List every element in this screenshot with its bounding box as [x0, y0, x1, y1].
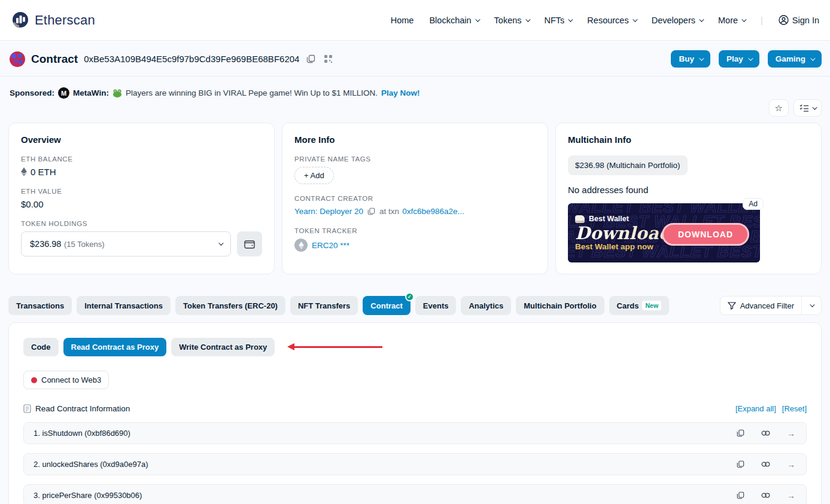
brand-name: Etherscan	[35, 13, 95, 28]
no-addresses-text: No addresses found	[568, 185, 809, 195]
tab-transactions[interactable]: Transactions	[8, 296, 72, 315]
ad-download-button[interactable]: DOWNLOAD	[662, 223, 749, 246]
nav-item-blockchain[interactable]: Blockchain	[429, 16, 478, 25]
etherscan-logo[interactable]: Etherscan	[11, 11, 95, 30]
copy-icon[interactable]	[735, 490, 746, 500]
star-icon	[775, 103, 783, 114]
advanced-filter: Advanced Filter	[720, 296, 822, 315]
run-query-arrow-icon[interactable]	[786, 427, 796, 439]
top-nav: Etherscan Home Blockchain Tokens NFTs Re…	[0, 0, 830, 41]
new-badge: New	[642, 301, 661, 310]
permalink-icon[interactable]	[760, 429, 771, 438]
contract-creator-label: CONTRACT CREATOR	[294, 195, 536, 202]
nav-divider: |	[761, 16, 763, 25]
creation-txn-link[interactable]: 0xfc6be986a2e...	[402, 207, 464, 216]
function-row-unlockedShares[interactable]: 2. unlockedShares (0xd9a0e97a)	[23, 453, 807, 475]
advanced-filter-button[interactable]: Advanced Filter	[720, 297, 802, 314]
copy-address-icon[interactable]	[305, 53, 317, 65]
disconnected-status-icon	[31, 377, 37, 383]
tab-cards[interactable]: CardsNew	[609, 296, 669, 315]
document-icon	[23, 404, 31, 413]
chevron-down-icon	[525, 17, 530, 22]
contract-panel: Code Read Contract as Proxy Write Contra…	[8, 322, 822, 504]
connect-to-web3-button[interactable]: Connect to Web3	[23, 371, 109, 389]
copy-creator-icon[interactable]	[366, 206, 376, 216]
qr-code-icon[interactable]	[323, 53, 334, 65]
favorite-button[interactable]	[769, 99, 789, 117]
contract-header: Contract 0xBe53A109B494E5c9f97b9Cd39Fe96…	[0, 41, 830, 76]
nav-item-more[interactable]: More	[718, 16, 745, 25]
chevron-down-icon	[699, 17, 704, 22]
subtab-read-contract-as-proxy[interactable]: Read Contract as Proxy	[63, 338, 167, 356]
token-holdings-value: $236.98	[30, 239, 61, 249]
copy-icon[interactable]	[735, 459, 746, 469]
gaming-button[interactable]: Gaming	[768, 50, 822, 68]
subtab-code[interactable]: Code	[23, 338, 59, 356]
token-tracker-link[interactable]: ERC20 ***	[312, 241, 349, 250]
play-now-link[interactable]: Play Now!	[381, 88, 420, 97]
multichain-info-card: Multichain Info $236.98 (Multichain Port…	[555, 123, 822, 274]
funnel-icon	[728, 302, 736, 310]
read-contract-info-title: Read Contract Information	[35, 404, 130, 413]
nav-item-resources[interactable]: Resources	[587, 16, 636, 25]
tab-multichain-portfolio[interactable]: Multichain Portfolio	[516, 296, 604, 315]
chevron-down-icon	[810, 56, 815, 60]
wallet-button[interactable]	[237, 231, 262, 256]
tab-contract[interactable]: Contract	[363, 296, 410, 315]
nav-item-developers[interactable]: Developers	[652, 16, 703, 25]
tab-nft-transfers[interactable]: NFT Transfers	[290, 296, 358, 315]
add-name-tag-button[interactable]: + Add	[294, 167, 334, 184]
eth-icon	[21, 167, 27, 176]
chevron-down-icon	[699, 56, 704, 60]
permalink-icon[interactable]	[760, 460, 771, 469]
creator-link[interactable]: Yearn: Deployer 20	[294, 207, 363, 216]
token-holdings-count: (15 Tokens)	[64, 240, 105, 249]
subtab-write-contract-as-proxy[interactable]: Write Contract as Proxy	[171, 338, 275, 356]
token-logo-icon	[294, 239, 308, 252]
nav-item-tokens[interactable]: Tokens	[494, 16, 529, 25]
more-info-card: More Info PRIVATE NAME TAGS + Add CONTRA…	[282, 123, 548, 274]
chevron-down-icon	[741, 17, 746, 22]
section-tabs: Transactions Internal Transactions Token…	[8, 296, 669, 315]
expand-all-link[interactable]: [Expand all]	[735, 404, 776, 413]
advanced-filter-dropdown[interactable]	[802, 297, 821, 314]
chevron-down-icon	[568, 17, 573, 22]
sponsor-brand[interactable]: MetaWin:	[73, 88, 109, 97]
sponsored-banner: Sponsored: M MetaWin: Players are winnin…	[10, 87, 822, 99]
more-info-title: More Info	[294, 135, 536, 145]
multichain-portfolio-badge[interactable]: $236.98 (Multichain Portfolio)	[568, 155, 688, 175]
reset-link[interactable]: [Reset]	[782, 404, 807, 413]
chevron-down-icon	[633, 17, 637, 22]
tab-token-transfers[interactable]: Token Transfers (ERC-20)	[175, 296, 285, 315]
sponsored-text: Players are winning BIG in VIRAL Pepe ga…	[126, 88, 378, 97]
etherscan-contract-page: Etherscan Home Blockchain Tokens NFTs Re…	[0, 0, 830, 504]
run-query-arrow-icon[interactable]	[786, 490, 796, 502]
run-query-arrow-icon[interactable]	[786, 459, 796, 471]
sponsored-label: Sponsored:	[10, 88, 54, 97]
token-holdings-dropdown[interactable]: $236.98 (15 Tokens)	[21, 231, 231, 256]
tab-events[interactable]: Events	[415, 296, 457, 315]
sign-in-button[interactable]: Sign In	[779, 15, 819, 25]
function-row-isShutdown[interactable]: 1. isShutdown (0xbf86d690)	[23, 422, 807, 444]
copy-icon[interactable]	[735, 428, 746, 438]
token-tracker-label: TOKEN TRACKER	[294, 227, 536, 234]
eth-value: $0.00	[21, 199, 44, 209]
overview-title: Overview	[21, 135, 262, 145]
chevron-down-icon	[475, 17, 480, 22]
tab-internal-transactions[interactable]: Internal Transactions	[77, 296, 171, 315]
function-row-pricePerShare[interactable]: 3. pricePerShare (0x99530b06)	[23, 484, 807, 504]
play-button[interactable]: Play	[719, 50, 759, 68]
watchlist-options-button[interactable]	[793, 99, 822, 117]
checklist-icon	[799, 104, 809, 112]
nav-item-home[interactable]: Home	[391, 16, 414, 25]
permalink-icon[interactable]	[760, 491, 771, 500]
buy-button[interactable]: Buy	[671, 50, 710, 68]
summary-cards: Overview ETH BALANCE 0 ETH ETH VALUE $0.…	[0, 123, 830, 274]
ad-label: Ad	[743, 198, 764, 210]
tab-analytics[interactable]: Analytics	[461, 296, 511, 315]
pepe-frog-icon	[113, 89, 122, 97]
nav-item-nfts[interactable]: NFTs	[545, 16, 572, 25]
best-wallet-logo-icon	[575, 215, 585, 223]
best-wallet-ad[interactable]: WALLET BEST WALLET BEST WALLET BEST WALL…	[568, 203, 760, 262]
ad-brand-name: Best Wallet	[589, 215, 629, 223]
